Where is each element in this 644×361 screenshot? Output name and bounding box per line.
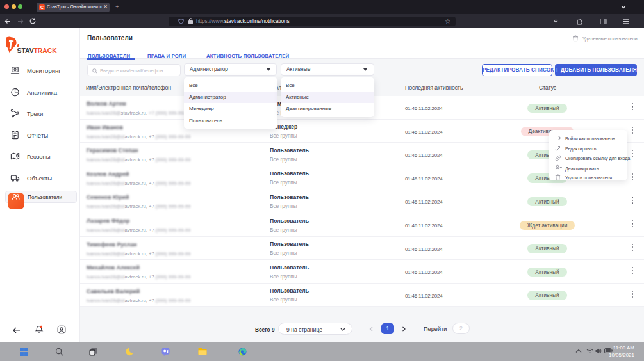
svg-text:TRACK: TRACK	[34, 47, 58, 54]
svg-text:STAV: STAV	[17, 47, 34, 54]
